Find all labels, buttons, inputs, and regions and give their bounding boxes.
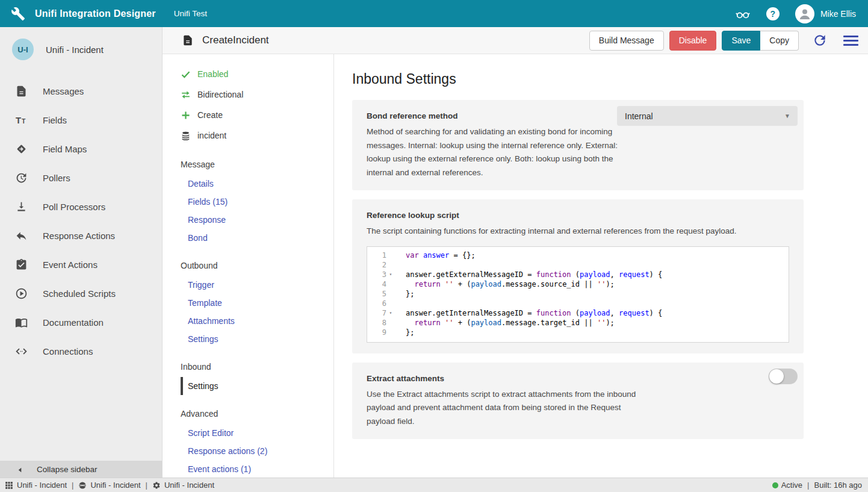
field-label: Extract attachments xyxy=(367,374,789,383)
poll-processors-icon xyxy=(15,201,28,213)
code-line: 4 return '' + (payload.message.source_id… xyxy=(367,279,789,289)
disable-button[interactable]: Disable xyxy=(669,31,717,51)
nav-link-fields-15[interactable]: Fields (15) xyxy=(163,193,333,211)
field-description: The script containing functions for extr… xyxy=(367,225,789,238)
separator: | xyxy=(72,481,73,490)
code-text: answer.getExternalMessageID = function (… xyxy=(395,270,662,279)
fold-gutter xyxy=(386,299,395,308)
sidebar-item-label: Poll Processors xyxy=(43,202,105,212)
line-number: 4 xyxy=(367,279,386,289)
sidebar-item-field-maps[interactable]: Field Maps xyxy=(0,134,162,163)
line-number: 9 xyxy=(367,328,386,337)
sidebar-item-connections[interactable]: Connections xyxy=(0,337,162,366)
hamburger-menu-icon[interactable] xyxy=(843,33,858,48)
nav-section-message: MessageDetailsFields (15)ResponseBond xyxy=(163,154,333,247)
database-icon xyxy=(181,131,191,141)
sidebar-item-event-actions[interactable]: Event Actions xyxy=(0,250,162,279)
nav-section-inbound: InboundSettings xyxy=(163,357,333,395)
nav-link-settings[interactable]: Settings xyxy=(163,330,333,348)
sidebar: U-I Unifi - Incident MessagesTTFieldsFie… xyxy=(0,27,163,478)
field-description: Use the Extract attachments script to ex… xyxy=(367,388,637,429)
code-line: 7▾answer.getInternalMessageID = function… xyxy=(367,308,789,318)
glasses-icon[interactable] xyxy=(735,6,751,22)
chevron-down-icon: ▼ xyxy=(784,113,790,119)
bond-reference-method-select[interactable]: Internal ▼ xyxy=(617,106,798,126)
fold-gutter xyxy=(386,251,395,260)
svg-text:T: T xyxy=(16,115,21,125)
message-status-enabled[interactable]: Enabled xyxy=(163,64,333,84)
gear-icon xyxy=(152,481,161,490)
sphere-icon xyxy=(78,481,87,490)
environment-tab[interactable]: Unifi Test xyxy=(174,9,207,18)
sidebar-item-label: Scheduled Scripts xyxy=(43,288,116,299)
pollers-icon xyxy=(15,172,28,184)
build-message-button[interactable]: Build Message xyxy=(589,31,664,51)
nav-section-advanced: AdvancedScript EditorResponse actions (2… xyxy=(163,403,333,478)
fold-gutter xyxy=(386,289,395,299)
fold-arrow-icon[interactable]: ▾ xyxy=(386,308,395,318)
statusbar-item-label: Unifi - Incident xyxy=(17,481,67,490)
integration-account[interactable]: U-I Unifi - Incident xyxy=(0,27,162,66)
app-window: Unifi Integration Designer Unifi Test ? … xyxy=(0,0,868,492)
documentation-icon xyxy=(15,316,28,329)
message-status-create[interactable]: Create xyxy=(163,105,333,125)
nav-link-settings[interactable]: Settings xyxy=(181,377,333,395)
field-label: Reference lookup script xyxy=(367,211,789,220)
nav-link-script-editor[interactable]: Script Editor xyxy=(163,424,333,442)
check-icon xyxy=(181,69,191,79)
nav-link-attachments[interactable]: Attachments xyxy=(163,312,333,330)
sidebar-item-documentation[interactable]: Documentation xyxy=(0,308,162,337)
save-button[interactable]: Save xyxy=(722,31,760,51)
nav-link-trigger[interactable]: Trigger xyxy=(163,276,333,294)
sidebar-item-label: Event Actions xyxy=(43,260,98,270)
copy-button[interactable]: Copy xyxy=(760,31,799,51)
status-label: Enabled xyxy=(197,69,228,79)
sidebar-item-pollers[interactable]: Pollers xyxy=(0,163,162,192)
line-number: 3 xyxy=(367,270,386,279)
nav-link-template[interactable]: Template xyxy=(163,294,333,312)
collapse-sidebar-button[interactable]: Collapse sidebar xyxy=(0,461,162,478)
nav-link-event-actions-1[interactable]: Event actions (1) xyxy=(163,460,333,478)
reference-lookup-script-editor[interactable]: 1var answer = {};2 3▾answer.getExternalM… xyxy=(367,246,789,343)
response-actions-icon xyxy=(15,229,28,242)
nav-link-response-actions-2[interactable]: Response actions (2) xyxy=(163,442,333,460)
message-status-bidirectional[interactable]: Bidirectional xyxy=(163,84,333,105)
sidebar-item-response-actions[interactable]: Response Actions xyxy=(0,221,162,250)
statusbar-item[interactable]: Unifi - Incident xyxy=(78,481,140,490)
selected-value: Internal xyxy=(625,111,653,121)
page-title: Inbound Settings xyxy=(352,71,868,87)
statusbar-item[interactable]: Unifi - Incident xyxy=(152,481,214,490)
message-title: CreateIncident xyxy=(202,34,269,46)
statusbar-item[interactable]: Unifi - Incident xyxy=(5,481,67,490)
sidebar-item-scheduled-scripts[interactable]: Scheduled Scripts xyxy=(0,279,162,308)
sidebar-item-label: Pollers xyxy=(43,173,70,183)
code-text xyxy=(395,260,410,270)
message-status-incident[interactable]: incident xyxy=(163,125,333,146)
sidebar-item-label: Documentation xyxy=(43,317,104,328)
nav-link-response[interactable]: Response xyxy=(163,211,333,229)
document-icon xyxy=(182,34,194,46)
fold-arrow-icon[interactable]: ▾ xyxy=(386,270,395,279)
connections-icon xyxy=(15,345,28,358)
sidebar-item-poll-processors[interactable]: Poll Processors xyxy=(0,192,162,221)
sidebar-item-label: Fields xyxy=(43,115,67,125)
statusbar-item-label: Unifi - Incident xyxy=(164,481,214,490)
user-menu[interactable]: Mike Ellis xyxy=(795,4,856,23)
sidebar-item-messages[interactable]: Messages xyxy=(0,76,162,105)
code-line: 5}; xyxy=(367,289,789,299)
collapse-arrow-icon xyxy=(17,466,23,473)
user-name: Mike Ellis xyxy=(820,9,856,19)
nav-link-details[interactable]: Details xyxy=(163,175,333,193)
line-number: 1 xyxy=(367,251,386,260)
nav-link-bond[interactable]: Bond xyxy=(163,229,333,247)
statusbar-item-label: Unifi - Incident xyxy=(90,481,140,490)
field-description: Method of searching for and validating a… xyxy=(367,125,637,179)
sidebar-item-fields[interactable]: TTFields xyxy=(0,105,162,134)
separator: | xyxy=(146,481,147,490)
panel-reference-lookup-script: Reference lookup script The script conta… xyxy=(352,199,804,353)
refresh-icon[interactable] xyxy=(812,33,828,48)
help-icon[interactable]: ? xyxy=(766,7,780,20)
messages-icon xyxy=(15,85,28,98)
integration-avatar: U-I xyxy=(12,39,34,60)
extract-attachments-toggle[interactable] xyxy=(769,369,798,384)
